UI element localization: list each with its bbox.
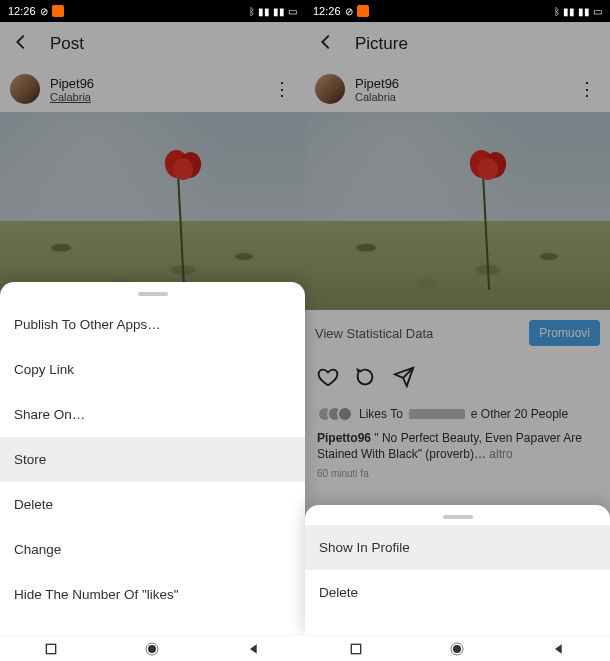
nav-back-icon[interactable] xyxy=(246,641,262,657)
svg-rect-3 xyxy=(351,644,360,653)
more-options-icon[interactable]: ⋮ xyxy=(574,74,600,104)
view-stats-link[interactable]: View Statistical Data xyxy=(315,326,433,341)
alarm-off-icon: ⊘ xyxy=(345,6,353,17)
likes-suffix: e Other 20 People xyxy=(471,407,568,421)
post-image[interactable] xyxy=(305,112,610,310)
sheet-item-delete[interactable]: Delete xyxy=(0,482,305,527)
sheet-item-store[interactable]: Store xyxy=(0,437,305,482)
signal-icon: ▮▮ xyxy=(578,6,590,17)
sheet-item-publish-other-apps[interactable]: Publish To Other Apps… xyxy=(0,302,305,347)
username[interactable]: Pipet96 xyxy=(50,76,269,91)
avatar[interactable] xyxy=(315,74,345,104)
signal-icon: ▮▮ xyxy=(258,6,270,17)
status-time: 12:26 xyxy=(313,5,341,17)
post-location[interactable]: Calabria xyxy=(355,91,574,103)
back-icon[interactable] xyxy=(10,31,32,57)
liker-name-redacted xyxy=(409,409,465,419)
nav-recents-icon[interactable] xyxy=(348,641,364,657)
post-header: Pipet96 Calabria ⋮ xyxy=(305,66,610,112)
post-actions xyxy=(305,356,610,402)
post-time: 60 minuti fa xyxy=(305,466,610,487)
page-title: Picture xyxy=(355,34,408,54)
status-bar: 12:26 ⊘ ᛒ ▮▮ ▮▮ ▭ xyxy=(0,0,305,22)
like-icon[interactable] xyxy=(317,366,339,392)
likes-row[interactable]: Likes To e Other 20 People xyxy=(305,402,610,426)
likes-prefix: Likes To xyxy=(359,407,403,421)
caption-username[interactable]: Pipetto96 xyxy=(317,431,371,445)
svg-rect-0 xyxy=(46,644,55,653)
app-bar: Post xyxy=(0,22,305,66)
poppy-flower xyxy=(464,148,508,182)
app-bar: Picture xyxy=(305,22,610,66)
back-icon[interactable] xyxy=(315,31,337,57)
comment-icon[interactable] xyxy=(355,366,377,392)
nav-back-icon[interactable] xyxy=(551,641,567,657)
sheet-item-show-in-profile[interactable]: Show In Profile xyxy=(305,525,610,570)
status-bar: 12:26 ⊘ ᛒ ▮▮ ▮▮ ▭ xyxy=(305,0,610,22)
post-caption: Pipetto96 " No Perfect Beauty, Even Papa… xyxy=(305,426,610,466)
screenshot-right: 12:26 ⊘ ᛒ ▮▮ ▮▮ ▭ Picture Pipet96 Calabr… xyxy=(305,0,610,661)
post-header: Pipet96 Calabria ⋮ xyxy=(0,66,305,112)
status-time: 12:26 xyxy=(8,5,36,17)
sheet-handle[interactable] xyxy=(443,515,473,519)
liker-avatars xyxy=(317,406,353,422)
avatar[interactable] xyxy=(10,74,40,104)
signal-icon: ▮▮ xyxy=(563,6,575,17)
nav-home-icon[interactable] xyxy=(144,641,160,657)
promote-row: View Statistical Data Promuovi xyxy=(305,310,610,356)
nav-recents-icon[interactable] xyxy=(43,641,59,657)
app-badge-icon xyxy=(52,5,64,17)
app-badge-icon xyxy=(357,5,369,17)
promote-button[interactable]: Promuovi xyxy=(529,320,600,346)
sheet-item-hide-likes[interactable]: Hide The Number Of "likes" xyxy=(0,572,305,617)
share-icon[interactable] xyxy=(393,366,415,392)
username[interactable]: Pipet96 xyxy=(355,76,574,91)
sheet-handle[interactable] xyxy=(138,292,168,296)
sheet-item-share-on[interactable]: Share On… xyxy=(0,392,305,437)
signal-icon: ▮▮ xyxy=(273,6,285,17)
battery-icon: ▭ xyxy=(288,6,297,17)
bluetooth-icon: ᛒ xyxy=(554,6,560,17)
post-location[interactable]: Calabria xyxy=(50,91,269,103)
alarm-off-icon: ⊘ xyxy=(40,6,48,17)
sheet-item-delete[interactable]: Delete xyxy=(305,570,610,615)
more-options-icon[interactable]: ⋮ xyxy=(269,74,295,104)
bottom-sheet: Show In Profile Delete xyxy=(305,505,610,635)
sheet-item-copy-link[interactable]: Copy Link xyxy=(0,347,305,392)
nav-home-icon[interactable] xyxy=(449,641,465,657)
bluetooth-icon: ᛒ xyxy=(249,6,255,17)
post-image[interactable] xyxy=(0,112,305,310)
page-title: Post xyxy=(50,34,84,54)
android-nav-bar xyxy=(305,635,610,661)
screenshot-left: 12:26 ⊘ ᛒ ▮▮ ▮▮ ▭ Post Pipet96 Calabria … xyxy=(0,0,305,661)
battery-icon: ▭ xyxy=(593,6,602,17)
poppy-flower xyxy=(159,148,203,182)
sheet-item-change[interactable]: Change xyxy=(0,527,305,572)
svg-point-4 xyxy=(453,645,461,653)
svg-point-1 xyxy=(148,645,156,653)
android-nav-bar xyxy=(0,635,305,661)
caption-more[interactable]: altro xyxy=(489,447,512,461)
bottom-sheet: Publish To Other Apps… Copy Link Share O… xyxy=(0,282,305,635)
